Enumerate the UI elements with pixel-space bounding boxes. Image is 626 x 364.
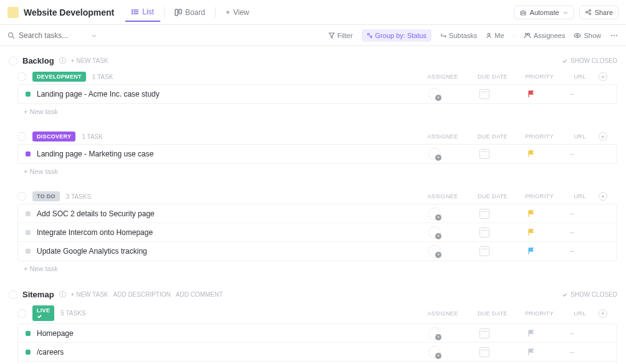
- new-task-button[interactable]: + New task: [17, 261, 617, 276]
- people-icon: [524, 32, 531, 39]
- status-pill[interactable]: DEVELOPMENT: [32, 72, 86, 82]
- priority-cell[interactable]: [509, 330, 553, 337]
- filter-bar: Filter Group by: Status Subtasks Me · As…: [0, 25, 626, 46]
- separator: ·: [513, 32, 515, 39]
- task-count: 3 TASKS: [66, 193, 91, 200]
- status-pill[interactable]: TO DO: [32, 191, 60, 201]
- assignee-cell[interactable]: [410, 88, 460, 100]
- show-closed-button[interactable]: SHOW CLOSED: [562, 291, 617, 298]
- collapse-icon[interactable]: [17, 192, 26, 201]
- show-label: Show: [584, 32, 601, 39]
- priority-cell[interactable]: [509, 348, 553, 356]
- task-row[interactable]: Landing page - Marketing use case –: [18, 145, 617, 163]
- plus-icon: +: [599, 72, 607, 81]
- new-task-link[interactable]: + NEW TASK: [71, 57, 108, 64]
- group-header: TO DO 3 TASKS ASSIGNEE DUE DATE PRIORITY…: [17, 189, 617, 204]
- automate-button[interactable]: Automate: [514, 6, 574, 19]
- task-row[interactable]: Integrate Intercom onto Homepage –: [18, 223, 617, 242]
- share-label: Share: [595, 9, 613, 16]
- url-cell[interactable]: –: [553, 209, 590, 218]
- due-date-cell[interactable]: [460, 89, 509, 99]
- col-due-date: DUE DATE: [468, 74, 518, 80]
- task-row[interactable]: /about –: [18, 362, 617, 364]
- collapse-icon[interactable]: [9, 290, 17, 299]
- due-date-cell[interactable]: [460, 246, 509, 256]
- show-closed-button[interactable]: SHOW CLOSED: [562, 57, 617, 64]
- assignee-placeholder-icon: [428, 88, 441, 100]
- priority-cell[interactable]: [509, 229, 553, 236]
- filter-label: Filter: [337, 32, 352, 39]
- add-column-button[interactable]: +: [599, 192, 617, 201]
- filter-button[interactable]: Filter: [329, 32, 352, 39]
- svg-point-3: [132, 9, 133, 10]
- priority-cell[interactable]: [509, 90, 553, 98]
- priority-cell[interactable]: [509, 210, 553, 218]
- plus-icon: +: [226, 8, 230, 17]
- share-button[interactable]: Share: [579, 6, 619, 19]
- task-row[interactable]: Homepage –: [18, 324, 617, 343]
- tab-board[interactable]: Board: [168, 4, 211, 21]
- due-date-cell[interactable]: [460, 149, 509, 159]
- collapse-icon[interactable]: [9, 57, 17, 65]
- plus-icon: +: [599, 192, 607, 201]
- task-row[interactable]: /careers –: [18, 343, 617, 362]
- add-column-button[interactable]: +: [599, 132, 617, 141]
- priority-cell[interactable]: [509, 150, 553, 158]
- add-column-button[interactable]: +: [599, 72, 617, 81]
- subtasks-button[interactable]: Subtasks: [440, 32, 477, 39]
- new-task-link[interactable]: + NEW TASK: [71, 291, 108, 298]
- add-description-link[interactable]: ADD DESCRIPTION: [113, 291, 171, 298]
- info-icon[interactable]: ⓘ: [59, 56, 66, 65]
- assignee-cell[interactable]: [410, 327, 460, 340]
- assignees-button[interactable]: Assignees: [524, 32, 566, 39]
- col-url: URL: [561, 74, 599, 80]
- due-date-cell[interactable]: [460, 209, 509, 219]
- add-view-button[interactable]: + View: [219, 4, 256, 21]
- url-cell[interactable]: –: [553, 329, 590, 338]
- search-input[interactable]: [19, 31, 87, 40]
- url-cell[interactable]: –: [553, 348, 590, 357]
- url-cell[interactable]: –: [553, 247, 590, 256]
- url-cell[interactable]: –: [553, 90, 590, 98]
- col-due-date: DUE DATE: [468, 310, 518, 317]
- due-date-cell[interactable]: [460, 347, 509, 357]
- new-task-button[interactable]: + New task: [17, 104, 617, 119]
- more-button[interactable]: [610, 32, 619, 39]
- task-row[interactable]: Update Google Analytics tracking –: [18, 242, 617, 261]
- me-button[interactable]: Me: [486, 32, 504, 39]
- collapse-icon[interactable]: [17, 309, 26, 318]
- add-comment-link[interactable]: ADD COMMENT: [176, 291, 223, 298]
- assignee-placeholder-icon: [428, 346, 441, 358]
- due-date-cell[interactable]: [460, 328, 509, 338]
- due-date-cell[interactable]: [460, 228, 509, 237]
- search-wrap[interactable]: [7, 31, 97, 40]
- new-task-button[interactable]: + New task: [17, 164, 617, 179]
- assignee-cell[interactable]: [410, 346, 460, 358]
- search-icon: [7, 32, 15, 39]
- url-cell[interactable]: –: [553, 150, 590, 158]
- assignee-cell[interactable]: [410, 226, 460, 239]
- assignee-cell[interactable]: [410, 245, 460, 257]
- show-button[interactable]: Show: [574, 32, 601, 39]
- add-column-button[interactable]: +: [599, 309, 617, 318]
- url-cell[interactable]: –: [553, 228, 590, 237]
- flag-icon: [527, 210, 535, 218]
- assignee-cell[interactable]: [410, 148, 460, 160]
- calendar-icon: [479, 149, 489, 159]
- task-row[interactable]: Add SOC 2 details to Security page –: [18, 204, 617, 223]
- chevron-down-icon[interactable]: [91, 32, 97, 39]
- status-pill[interactable]: LIVE: [32, 305, 54, 321]
- svg-point-21: [370, 36, 372, 37]
- tab-list[interactable]: List: [125, 3, 160, 22]
- check-icon: [562, 58, 568, 64]
- group-by-pill[interactable]: Group by: Status: [362, 29, 432, 42]
- url-dash: –: [570, 90, 574, 98]
- task-row[interactable]: Landing page - Acme Inc. case study –: [18, 85, 617, 103]
- url-dash: –: [570, 150, 574, 158]
- status-pill[interactable]: DISCOVERY: [32, 132, 75, 141]
- priority-cell[interactable]: [509, 247, 553, 255]
- collapse-icon[interactable]: [17, 72, 26, 81]
- info-icon[interactable]: ⓘ: [59, 290, 66, 299]
- collapse-icon[interactable]: [17, 132, 26, 141]
- assignee-cell[interactable]: [410, 208, 460, 220]
